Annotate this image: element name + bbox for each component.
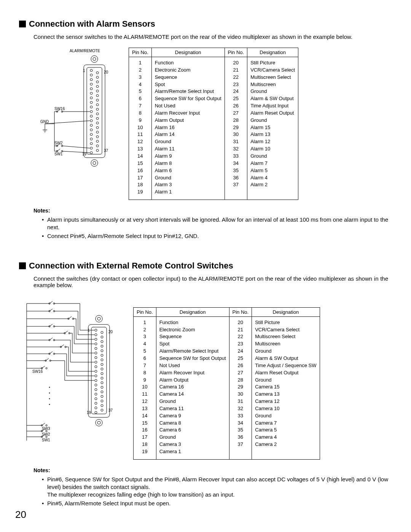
svg-point-101 bbox=[101, 372, 103, 375]
svg-line-155 bbox=[49, 338, 53, 340]
svg-point-199 bbox=[49, 404, 50, 405]
svg-line-58 bbox=[57, 149, 60, 151]
svg-text:SW16: SW16 bbox=[32, 369, 43, 374]
svg-point-2 bbox=[90, 69, 92, 72]
svg-point-30 bbox=[96, 113, 99, 115]
svg-point-29 bbox=[96, 108, 99, 110]
svg-point-91 bbox=[95, 411, 97, 414]
svg-point-197 bbox=[49, 393, 50, 393]
svg-point-11 bbox=[90, 110, 92, 113]
svg-line-50 bbox=[62, 146, 90, 148]
svg-point-84 bbox=[95, 379, 97, 382]
svg-point-105 bbox=[101, 391, 103, 393]
svg-point-76 bbox=[95, 343, 97, 345]
col-des-left: Designation Function Electronic Zoom Seq… bbox=[152, 48, 225, 200]
dsub37-remote-icon: 1 20 19 37 bbox=[19, 296, 122, 448]
svg-point-15 bbox=[90, 129, 92, 131]
svg-point-87 bbox=[95, 393, 97, 395]
des-left: Function Electronic Zoom Sequence Spot A… bbox=[152, 57, 225, 200]
svg-point-7 bbox=[90, 92, 92, 94]
svg-point-186 bbox=[46, 425, 47, 426]
svg-point-72 bbox=[97, 317, 100, 320]
remote-connector-diagram: 1 20 19 37 bbox=[19, 296, 122, 448]
svg-point-75 bbox=[95, 338, 97, 340]
alarm-connector-diagram: ALARM/REMOTE 1 20 19 37 bbox=[33, 48, 117, 173]
section2-notes-list: Pin#6, Sequence SW for Spot Output and t… bbox=[42, 476, 388, 507]
hdr-pinno2: Pin No. bbox=[225, 48, 248, 57]
svg-line-127 bbox=[49, 309, 53, 311]
svg-text:SW2: SW2 bbox=[54, 141, 63, 145]
svg-text:1: 1 bbox=[83, 69, 85, 73]
svg-text:20: 20 bbox=[104, 70, 108, 74]
pins-right: 20 21 22 23 24 25 26 27 28 29 30 31 32 3… bbox=[225, 57, 248, 200]
svg-text:SW1: SW1 bbox=[54, 152, 63, 156]
svg-point-6 bbox=[90, 88, 92, 90]
col-pinno-left2: Pin No. 1 2 3 4 5 6 7 8 9 10 11 12 13 14… bbox=[134, 308, 156, 459]
col-des-right2: Designation Still Picture VCR/Camera Sel… bbox=[252, 308, 319, 459]
svg-point-96 bbox=[101, 350, 103, 352]
svg-point-18 bbox=[90, 142, 92, 145]
svg-text:20: 20 bbox=[108, 330, 113, 334]
svg-point-3 bbox=[90, 74, 92, 76]
square-bullet-icon bbox=[19, 21, 26, 27]
svg-point-100 bbox=[101, 368, 103, 370]
section2-title-text: Connection with External Remote Control … bbox=[29, 261, 233, 271]
svg-point-77 bbox=[95, 347, 97, 350]
section1-notes-heading: Notes: bbox=[33, 208, 388, 214]
svg-point-102 bbox=[101, 377, 103, 379]
note-item: Pin#5, Alarm/Remote Select Input must be… bbox=[42, 500, 388, 507]
svg-point-80 bbox=[95, 361, 97, 363]
svg-point-37 bbox=[96, 145, 99, 147]
svg-text:SW3: SW3 bbox=[42, 427, 50, 431]
svg-point-25 bbox=[96, 90, 99, 92]
svg-line-183 bbox=[42, 366, 45, 368]
hdr-des: Designation bbox=[152, 48, 225, 57]
svg-point-4 bbox=[90, 78, 92, 81]
svg-point-39 bbox=[91, 160, 98, 166]
svg-point-90 bbox=[95, 407, 97, 409]
svg-line-148 bbox=[65, 331, 68, 333]
page-number: 20 bbox=[15, 509, 26, 521]
section2-notes-heading: Notes: bbox=[33, 467, 388, 473]
svg-point-196 bbox=[49, 387, 50, 388]
section2-heading: Connection with External Remote Control … bbox=[19, 261, 388, 271]
svg-line-141 bbox=[49, 324, 53, 326]
svg-point-85 bbox=[95, 384, 97, 386]
svg-point-198 bbox=[49, 398, 50, 399]
svg-point-35 bbox=[96, 136, 99, 138]
svg-point-38 bbox=[96, 149, 99, 152]
svg-point-0 bbox=[91, 56, 98, 62]
svg-point-1 bbox=[93, 58, 96, 61]
svg-point-5 bbox=[90, 83, 92, 85]
svg-point-93 bbox=[101, 336, 103, 338]
svg-line-162 bbox=[61, 345, 64, 347]
svg-point-88 bbox=[95, 398, 97, 400]
svg-line-61 bbox=[45, 121, 90, 124]
svg-text:19: 19 bbox=[87, 411, 91, 415]
note-item: Pin#6, Sequence SW for Spot Output and t… bbox=[42, 476, 388, 499]
svg-point-23 bbox=[96, 81, 99, 83]
svg-point-107 bbox=[101, 400, 103, 402]
svg-point-106 bbox=[101, 395, 103, 398]
section2-intro: Connect the switches (dry contact or ope… bbox=[33, 275, 388, 288]
svg-point-71 bbox=[96, 315, 102, 322]
svg-text:37: 37 bbox=[104, 149, 108, 153]
svg-point-94 bbox=[101, 340, 103, 343]
svg-point-12 bbox=[90, 115, 92, 117]
svg-point-97 bbox=[101, 354, 103, 356]
svg-point-98 bbox=[101, 359, 103, 361]
svg-point-110 bbox=[96, 419, 102, 426]
svg-point-31 bbox=[96, 117, 99, 120]
square-bullet-icon bbox=[19, 262, 26, 269]
col-pinno-right: Pin No. 20 21 22 23 24 25 26 27 28 29 30… bbox=[225, 48, 248, 200]
svg-text:SW1: SW1 bbox=[42, 438, 50, 442]
svg-line-134 bbox=[68, 316, 72, 319]
svg-line-176 bbox=[46, 358, 49, 361]
svg-point-89 bbox=[95, 402, 97, 404]
svg-point-104 bbox=[101, 386, 103, 388]
svg-text:37: 37 bbox=[108, 408, 113, 412]
svg-point-24 bbox=[96, 85, 99, 88]
svg-point-40 bbox=[93, 161, 96, 165]
svg-point-73 bbox=[95, 329, 97, 331]
svg-point-14 bbox=[90, 124, 92, 126]
